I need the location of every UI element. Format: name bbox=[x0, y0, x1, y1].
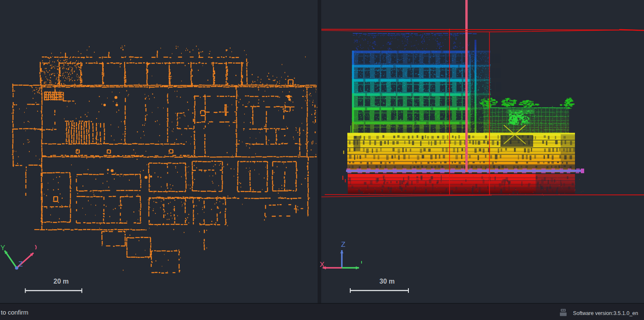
svg-text:Z: Z bbox=[18, 260, 23, 268]
svg-text:Software version:3.5.1.0_en: Software version:3.5.1.0_en bbox=[573, 310, 638, 316]
svg-text:to confirm: to confirm bbox=[1, 309, 28, 316]
svg-text:X: X bbox=[320, 261, 324, 269]
svg-text:Y: Y bbox=[0, 244, 5, 252]
svg-text:Z: Z bbox=[341, 241, 345, 248]
svg-text:30 m: 30 m bbox=[380, 278, 395, 285]
svg-text:20 m: 20 m bbox=[54, 278, 69, 285]
